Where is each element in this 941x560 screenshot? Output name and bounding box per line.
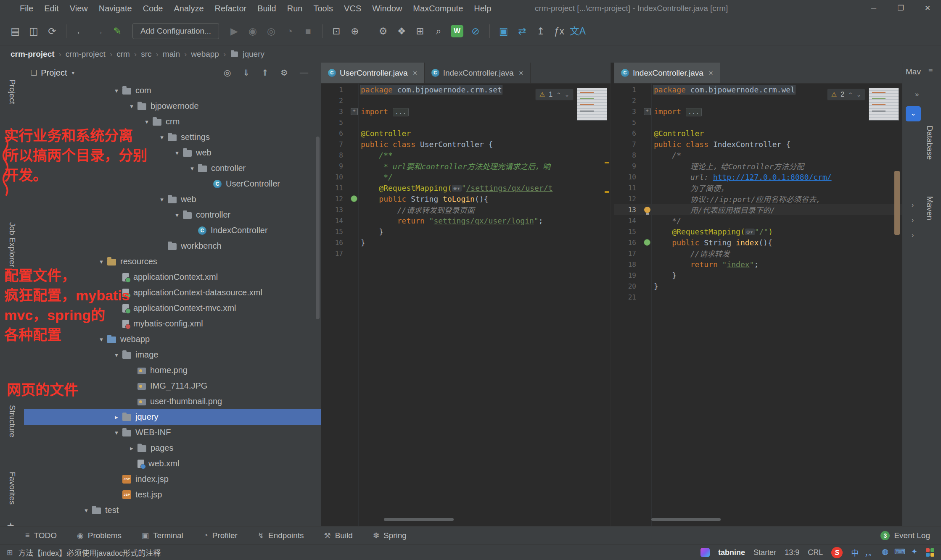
minimize-button[interactable]: ─ xyxy=(860,0,887,17)
editor-tab[interactable]: IndexController.java× xyxy=(614,63,720,83)
breadcrumb-item[interactable]: crm xyxy=(114,50,132,59)
chevron-down-icon[interactable]: ▾ xyxy=(126,103,137,110)
next-warning-icon[interactable]: ⌄ xyxy=(565,92,569,98)
tree-row[interactable]: UserController xyxy=(24,176,321,192)
tree-row[interactable]: ▾web xyxy=(24,192,321,207)
maven-collapsed-label[interactable]: Mav xyxy=(906,67,921,76)
debug-icon[interactable]: ◉ xyxy=(244,23,261,39)
tree-row[interactable]: mybatis-config.xml xyxy=(24,316,321,331)
breadcrumb-item[interactable]: main xyxy=(161,50,182,59)
tree-row[interactable]: applicationContext.xml xyxy=(24,269,321,285)
project-scrollbar[interactable] xyxy=(316,137,320,319)
tool-window-button-profiler[interactable]: ◔Profiler xyxy=(204,531,238,540)
menu-navigate[interactable]: Navigate xyxy=(93,0,137,17)
tool-window-button-terminal[interactable]: ▣Terminal xyxy=(142,531,183,540)
tree-row[interactable]: ▾image xyxy=(24,347,321,363)
caret-position[interactable]: 13:9 xyxy=(785,548,799,557)
tree-row[interactable]: ▾crm xyxy=(24,114,321,129)
horizontal-scrollbar[interactable] xyxy=(384,518,454,521)
menu-file[interactable]: File xyxy=(14,0,39,17)
back-icon[interactable]: ← xyxy=(72,23,89,39)
tree-row[interactable]: IndexController xyxy=(24,223,321,238)
sogou-logo-icon[interactable]: S xyxy=(831,547,843,558)
tool-window-button-build[interactable]: ⚒Build xyxy=(324,531,353,540)
menu-refactor[interactable]: Refactor xyxy=(209,0,252,17)
breadcrumb-item[interactable]: crm-project xyxy=(63,50,108,59)
tree-row[interactable]: ▾resources xyxy=(24,254,321,269)
ime-punct-icon[interactable]: ，。 xyxy=(864,547,876,558)
chevron-down-icon[interactable]: ▾ xyxy=(95,258,107,266)
tool-button-database[interactable]: Database xyxy=(925,126,934,160)
ime-toolbox-icon[interactable]: ✦ xyxy=(911,547,917,558)
wrench-icon[interactable]: ⚙ xyxy=(375,23,391,39)
tree-row[interactable]: workbench xyxy=(24,238,321,254)
project-panel-title[interactable]: Project xyxy=(41,68,67,78)
restart-icon[interactable]: ⊕ xyxy=(346,23,363,39)
chevron-down-icon[interactable]: ▾ xyxy=(141,118,153,126)
tree-row[interactable]: ▾bjpowernode xyxy=(24,98,321,114)
close-tab-icon[interactable]: × xyxy=(708,68,713,78)
stop-icon[interactable]: ■ xyxy=(300,23,317,39)
menu-run[interactable]: Run xyxy=(282,0,308,17)
menu-view[interactable]: View xyxy=(64,0,93,17)
breadcrumb-item[interactable]: webapp xyxy=(189,50,221,59)
chevron-down-icon[interactable]: ▾ xyxy=(111,429,122,436)
run-configuration-select[interactable]: Add Configuration... xyxy=(132,23,219,39)
collapse-all-icon[interactable]: ⇑ xyxy=(262,68,269,78)
event-log-button[interactable]: 3 Event Log xyxy=(880,531,930,540)
chevron-right-icon[interactable]: ▸ xyxy=(111,413,122,421)
maximize-button[interactable]: ❐ xyxy=(887,0,914,17)
chevron-right-icon[interactable]: › xyxy=(912,201,914,209)
tree-row[interactable]: ▾settings xyxy=(24,129,321,145)
warning-stripe-mark[interactable] xyxy=(605,162,609,163)
forward-icon[interactable]: → xyxy=(90,23,107,39)
ime-grid-icon[interactable] xyxy=(926,548,934,557)
breadcrumb-item[interactable]: jquery xyxy=(228,50,267,59)
breadcrumb-item[interactable]: src xyxy=(139,50,153,59)
chevron-right-icon[interactable]: › xyxy=(912,231,914,239)
menu-analyze[interactable]: Analyze xyxy=(168,0,209,17)
chevron-down-icon[interactable]: ▾ xyxy=(171,149,183,157)
chevron-right-icon[interactable]: ▸ xyxy=(126,444,137,452)
chevron-right-icon[interactable]: › xyxy=(912,216,914,224)
tree-row[interactable]: applicationContext-datasource.xml xyxy=(24,285,321,300)
vertical-scrollbar-thumb[interactable] xyxy=(894,171,900,235)
chevron-down-icon[interactable]: ▾ xyxy=(171,211,183,219)
chevron-down-icon[interactable]: ▾ xyxy=(111,87,122,95)
close-tab-icon[interactable]: × xyxy=(519,68,523,78)
tree-row[interactable]: web.xml xyxy=(24,456,321,471)
close-button[interactable]: ✕ xyxy=(914,0,941,17)
tree-row[interactable]: ▸pages xyxy=(24,440,321,456)
menu-edit[interactable]: Edit xyxy=(39,0,64,17)
close-tab-icon[interactable]: × xyxy=(413,68,418,78)
menu-tools[interactable]: Tools xyxy=(308,0,338,17)
chevron-down-icon[interactable]: ▾ xyxy=(111,351,122,359)
sync-icon[interactable]: ⟳ xyxy=(44,23,61,39)
code-editor[interactable]: 1package com.bjpowernode.crm.set23+impor… xyxy=(321,83,611,526)
menu-maxcompute[interactable]: MaxCompute xyxy=(407,0,468,17)
chevron-down-icon[interactable]: ▾ xyxy=(156,196,168,203)
menu-vcs[interactable]: VCS xyxy=(338,0,367,17)
tree-row[interactable]: index.jsp xyxy=(24,471,321,487)
open-icon[interactable]: ▤ xyxy=(7,23,24,39)
code-minimap[interactable] xyxy=(577,88,607,121)
tree-row[interactable]: test.jsp xyxy=(24,487,321,502)
chevron-down-icon[interactable]: ▾ xyxy=(72,70,75,76)
tool-button-job-explorer[interactable]: Job Explorer xyxy=(8,222,17,267)
upload-icon[interactable]: ↥ xyxy=(532,23,549,39)
tool-window-switcher-icon[interactable]: ⊞ xyxy=(7,548,13,557)
project-structure-icon[interactable]: ❖ xyxy=(393,23,410,39)
code-minimap[interactable] xyxy=(869,88,899,121)
tree-row[interactable]: ▾controller xyxy=(24,160,321,176)
fold-icon[interactable]: + xyxy=(351,108,358,115)
ime-mic-icon[interactable]: ◍ xyxy=(882,547,888,558)
intention-bulb-icon[interactable] xyxy=(644,207,650,213)
tree-row[interactable]: IMG_7114.JPG xyxy=(24,378,321,394)
chevron-down-icon[interactable]: ▾ xyxy=(95,336,107,343)
annotate-icon[interactable]: ✎ xyxy=(109,23,126,39)
search-icon[interactable]: ⌕ xyxy=(430,23,447,39)
fx-icon[interactable]: ƒx xyxy=(551,23,568,39)
prev-warning-icon[interactable]: ⌃ xyxy=(848,92,853,98)
tree-row[interactable]: ▾com xyxy=(24,83,321,98)
code-editor[interactable]: 1package com.bjpowernode.crm.wel23+impor… xyxy=(614,83,902,526)
